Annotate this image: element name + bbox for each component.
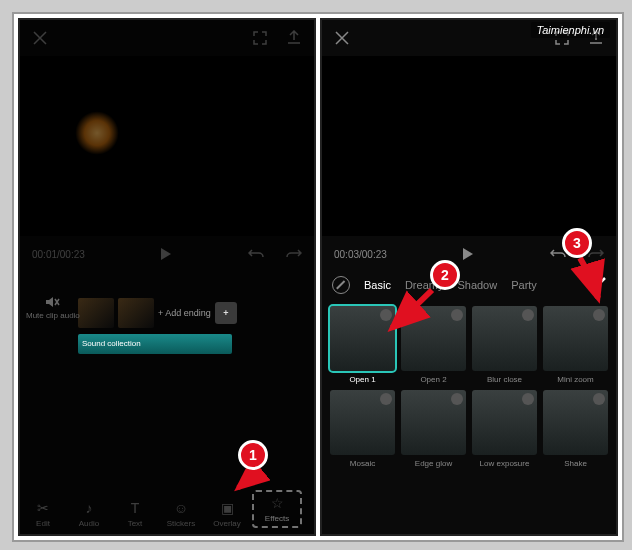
tool-stickers[interactable]: ☺Stickers <box>160 500 202 528</box>
tool-text[interactable]: TText <box>114 500 156 528</box>
tool-filters[interactable]: ◉Filte <box>306 500 314 528</box>
effect-thumb <box>401 390 466 455</box>
tool-overlay[interactable]: ▣Overlay <box>206 500 248 528</box>
video-clip[interactable] <box>118 298 154 328</box>
effect-item[interactable]: Mosaic <box>330 390 395 468</box>
effects-grid: Open 1 Open 2 Blur close Mini zoom Mosai… <box>322 302 616 476</box>
music-note-icon: ♪ <box>81 500 97 516</box>
overlay-icon: ▣ <box>219 500 235 516</box>
phone-editor: 00:01/00:23 Mute clip audio + Add ending… <box>18 18 316 536</box>
speaker-mute-icon <box>45 294 61 310</box>
play-icon[interactable] <box>158 246 174 262</box>
plus-icon: + <box>215 302 237 324</box>
redo-icon[interactable] <box>286 246 302 262</box>
callout-badge-2: 2 <box>430 260 460 290</box>
tool-audio[interactable]: ♪Audio <box>68 500 110 528</box>
callout-badge-1: 1 <box>238 440 268 470</box>
playhead-time: 00:03/00:23 <box>334 249 387 260</box>
effect-item[interactable]: Shake <box>543 390 608 468</box>
video-preview[interactable] <box>20 56 314 236</box>
close-icon[interactable] <box>334 30 350 46</box>
effect-thumb <box>543 306 608 371</box>
category-tab-shadow[interactable]: Shadow <box>457 279 497 291</box>
expand-icon[interactable] <box>252 30 268 46</box>
effect-thumb <box>330 390 395 455</box>
effect-thumb <box>472 390 537 455</box>
effect-thumb <box>543 390 608 455</box>
star-icon: ☆ <box>269 495 285 511</box>
scissors-icon: ✂ <box>35 500 51 516</box>
no-effect-button[interactable] <box>332 276 350 294</box>
tool-edit[interactable]: ✂Edit <box>22 500 64 528</box>
export-icon[interactable] <box>286 30 302 46</box>
effect-thumb <box>472 306 537 371</box>
mute-clip-audio-button[interactable]: Mute clip audio <box>26 294 80 320</box>
playhead-time: 00:01/00:23 <box>32 249 85 260</box>
watermark: Taimienphi.vn <box>531 22 610 38</box>
smile-icon: ☺ <box>173 500 189 516</box>
audio-track[interactable]: Sound collection <box>78 334 232 354</box>
close-icon[interactable] <box>32 30 48 46</box>
timeline[interactable]: Mute clip audio + Add ending + Sound col… <box>20 268 314 484</box>
effect-item[interactable]: Blur close <box>472 306 537 384</box>
video-preview[interactable] <box>322 56 616 236</box>
arrow-3 <box>568 254 608 306</box>
add-ending-button[interactable]: + Add ending + <box>158 302 237 324</box>
text-icon: T <box>127 500 143 516</box>
bottom-toolbar: ✂Edit ♪Audio TText ☺Stickers ▣Overlay ☆E… <box>20 484 314 534</box>
undo-icon[interactable] <box>248 246 264 262</box>
effect-item[interactable]: Low exposure <box>472 390 537 468</box>
arrow-2 <box>382 286 438 338</box>
callout-badge-3: 3 <box>562 228 592 258</box>
effect-item[interactable]: Edge glow <box>401 390 466 468</box>
category-tab-party[interactable]: Party <box>511 279 537 291</box>
phone-effects-picker: 00:03/00:23 Basic Dreamy Shadow Party Op… <box>320 18 618 536</box>
effect-item[interactable]: Mini zoom <box>543 306 608 384</box>
play-icon[interactable] <box>460 246 476 262</box>
video-clip[interactable] <box>78 298 114 328</box>
